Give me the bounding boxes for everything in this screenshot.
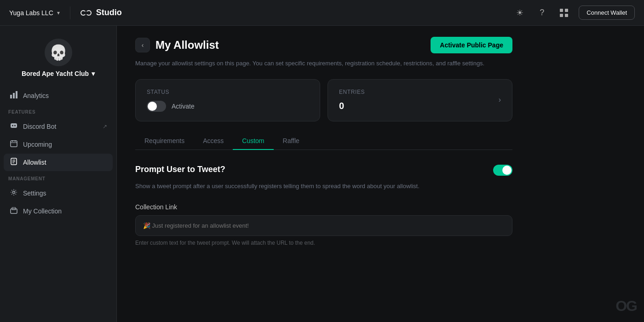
- help-icon[interactable]: ?: [535, 6, 549, 20]
- org-chevron-icon: ▾: [57, 10, 60, 16]
- page-description: Manage your allowlist settings on this p…: [135, 59, 512, 68]
- entries-value: 0: [339, 101, 365, 111]
- theme-toggle-icon[interactable]: ☀: [512, 6, 527, 20]
- toggle-thumb: [148, 102, 157, 111]
- collection-link-field: Collection Link Enter custom text for th…: [135, 203, 512, 246]
- external-link-icon: ↗: [103, 123, 107, 130]
- activate-public-page-button[interactable]: Activate Public Page: [431, 37, 512, 53]
- tweet-toggle-thumb: [502, 166, 512, 175]
- logo-icon: [80, 6, 92, 19]
- sidebar-my-collection-label: My Collection: [23, 207, 107, 215]
- status-card-content: Activate: [147, 101, 309, 112]
- allowlist-icon: [9, 158, 18, 167]
- sidebar-item-analytics[interactable]: Analytics: [4, 87, 113, 104]
- sidebar-item-upcoming[interactable]: Upcoming: [4, 136, 113, 153]
- custom-section-title: Prompt User to Tweet?: [135, 165, 225, 174]
- connect-wallet-button[interactable]: Connect Wallet: [579, 6, 635, 20]
- svg-rect-5: [560, 9, 563, 12]
- sidebar-discord-bot-label: Discord Bot: [23, 123, 98, 130]
- sidebar-item-allowlist[interactable]: Allowlist: [4, 154, 113, 171]
- page-title: My Allowlist: [155, 39, 219, 52]
- svg-point-13: [12, 125, 13, 126]
- sidebar-settings-label: Settings: [23, 190, 107, 197]
- avatar: 💀: [45, 39, 72, 66]
- sidebar-analytics-label: Analytics: [23, 92, 107, 99]
- collection-name-label: Bored Ape Yacht Club: [22, 70, 89, 77]
- logo-text: Studio: [96, 8, 122, 17]
- sidebar-profile: 💀 Bored Ape Yacht Club ▾: [0, 33, 116, 86]
- tab-custom[interactable]: Custom: [233, 132, 273, 150]
- apps-icon[interactable]: [557, 6, 571, 20]
- status-card-label: Status: [147, 89, 309, 95]
- custom-section-header: Prompt User to Tweet?: [135, 165, 512, 178]
- sidebar-allowlist-label: Allowlist: [23, 159, 107, 166]
- cards-row: Status Activate Entries 0: [135, 79, 512, 121]
- svg-point-23: [13, 191, 15, 194]
- topnav-right: ☀ ? Connect Wallet: [512, 6, 635, 20]
- tab-requirements[interactable]: Requirements: [135, 132, 194, 150]
- nav-section-features: FEATURES Discord Bot ↗ Upcoming Allowlis…: [0, 105, 116, 172]
- sidebar-item-my-collection[interactable]: My Collection: [4, 202, 113, 220]
- my-collection-icon: [9, 207, 18, 216]
- svg-rect-6: [565, 9, 568, 12]
- collection-name-selector[interactable]: Bored Ape Yacht Club ▾: [22, 70, 95, 77]
- tab-access[interactable]: Access: [194, 132, 233, 150]
- svg-rect-7: [560, 14, 563, 17]
- svg-rect-8: [565, 14, 568, 17]
- svg-rect-10: [13, 93, 15, 98]
- svg-rect-4: [83, 12, 89, 14]
- svg-rect-12: [11, 123, 17, 128]
- collection-link-label: Collection Link: [135, 203, 512, 211]
- sidebar-upcoming-label: Upcoming: [23, 141, 107, 148]
- sidebar-item-discord-bot[interactable]: Discord Bot ↗: [4, 118, 113, 135]
- field-hint: Enter custom text for the tweet prompt. …: [135, 240, 512, 246]
- page-header-left: ‹ My Allowlist: [135, 38, 219, 52]
- tabs: Requirements Access Custom Raffle: [135, 132, 512, 150]
- svg-rect-11: [16, 91, 17, 98]
- sidebar-item-settings[interactable]: Settings: [4, 184, 113, 202]
- back-button[interactable]: ‹: [135, 38, 150, 52]
- page-header: ‹ My Allowlist Activate Public Page: [135, 37, 512, 53]
- entries-chevron-icon[interactable]: ›: [499, 96, 501, 104]
- nav-section-main: Analytics: [0, 86, 116, 105]
- discord-bot-icon: [9, 122, 18, 131]
- entries-card: Entries 0 ›: [328, 79, 512, 121]
- skull-icon: 💀: [49, 44, 68, 61]
- status-card: Status Activate: [135, 79, 320, 121]
- svg-rect-9: [10, 95, 12, 98]
- features-section-label: FEATURES: [4, 105, 113, 117]
- entries-card-label: Entries: [339, 89, 365, 95]
- custom-section-description: Show a tweet prompt after a user success…: [135, 182, 512, 191]
- org-selector[interactable]: Yuga Labs LLC ▾: [9, 9, 60, 17]
- top-nav: Yuga Labs LLC ▾ Studio ☀ ? Connect W: [0, 0, 644, 26]
- upcoming-icon: [9, 140, 18, 149]
- collection-link-input[interactable]: [135, 215, 512, 236]
- logo-area: Studio: [70, 6, 122, 19]
- topnav-left: Yuga Labs LLC ▾ Studio: [9, 6, 122, 19]
- management-section-label: MANAGEMENT: [4, 172, 113, 184]
- tweet-prompt-toggle[interactable]: [493, 165, 512, 176]
- sidebar: 💀 Bored Ape Yacht Club ▾ Analytics FEATU…: [0, 26, 117, 322]
- svg-point-14: [14, 125, 16, 126]
- org-name: Yuga Labs LLC: [9, 9, 53, 17]
- activate-label: Activate: [172, 103, 195, 110]
- analytics-icon: [9, 91, 18, 100]
- back-icon: ‹: [142, 41, 144, 49]
- collection-chevron-icon: ▾: [92, 70, 95, 77]
- app-layout: 💀 Bored Ape Yacht Club ▾ Analytics FEATU…: [0, 26, 644, 322]
- entries-card-content: Entries 0 ›: [339, 89, 501, 111]
- entries-info: Entries 0: [339, 89, 365, 111]
- main-content: ‹ My Allowlist Activate Public Page Mana…: [117, 26, 644, 322]
- status-toggle[interactable]: [147, 101, 166, 112]
- settings-icon: [9, 189, 18, 198]
- svg-rect-15: [11, 141, 17, 147]
- tab-raffle[interactable]: Raffle: [274, 132, 309, 150]
- nav-section-management: MANAGEMENT Settings My Collection: [0, 172, 116, 220]
- main-inner: ‹ My Allowlist Activate Public Page Mana…: [117, 26, 531, 257]
